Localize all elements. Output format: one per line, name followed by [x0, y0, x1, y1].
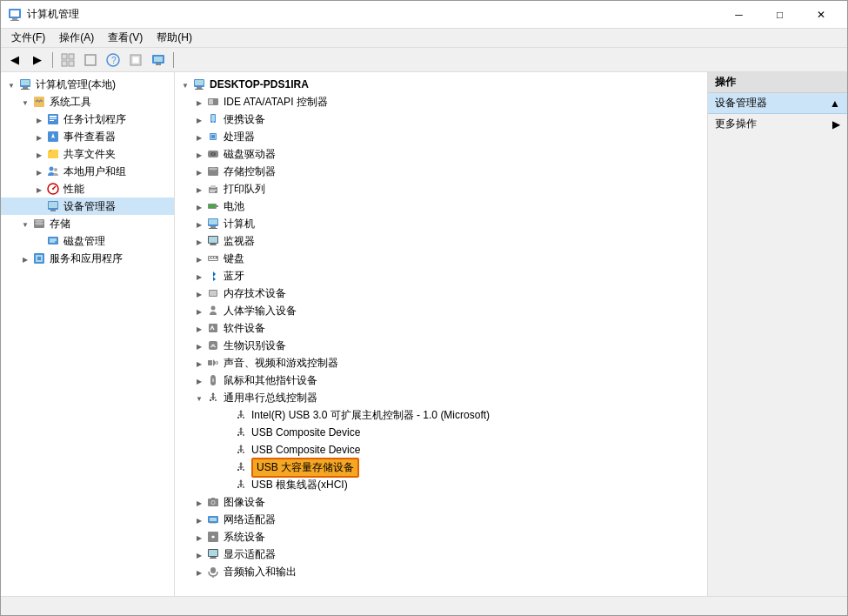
toolbar-btn-4[interactable] [148, 50, 169, 70]
processor-item[interactable]: 处理器 [175, 128, 707, 145]
local-users-item[interactable]: 本地用户和组 [1, 163, 174, 180]
minimize-button[interactable]: ─ [719, 1, 758, 29]
keyboards-item[interactable]: 键盘 [175, 250, 707, 267]
mouse-toggle [192, 373, 206, 387]
storage-label: 存储 [50, 217, 70, 231]
monitors-toggle [192, 234, 206, 248]
task-icon [46, 112, 60, 126]
computer-icon [18, 77, 32, 91]
imaging-label: 图像设备 [224, 495, 265, 510]
services-item[interactable]: 服务和应用程序 [1, 250, 174, 267]
center-root[interactable]: DESKTOP-PDS1IRA [175, 76, 707, 93]
right-panel-more[interactable]: 更多操作 ▶ [708, 114, 847, 134]
portable-icon [206, 112, 220, 126]
svg-rect-72 [210, 244, 216, 244]
svg-point-112 [212, 501, 215, 504]
audio-video-item[interactable]: 声音、视频和游戏控制器 [175, 354, 707, 372]
menu-file[interactable]: 文件(F) [4, 29, 52, 47]
imaging-item[interactable]: 图像设备 [175, 493, 707, 511]
device-manager-item[interactable]: 设备管理器 [1, 198, 174, 215]
disk-drives-item[interactable]: 磁盘驱动器 [175, 145, 707, 163]
svg-rect-14 [154, 57, 163, 62]
usb-controllers-item[interactable]: 通用串行总线控制器 [175, 389, 707, 406]
biometric-item[interactable]: 生物识别设备 [175, 337, 707, 354]
audio-io-label: 音频输入和输出 [224, 565, 297, 579]
forward-button[interactable]: ▶ [27, 50, 48, 70]
menu-help[interactable]: 帮助(H) [150, 29, 199, 47]
svg-rect-71 [209, 237, 217, 243]
task-scheduler-item[interactable]: 任务计划程序 [1, 110, 174, 128]
computer-item[interactable]: 计算机 [175, 215, 707, 232]
devmgr-icon [46, 199, 60, 213]
audiovideo-icon [206, 356, 220, 370]
svg-rect-69 [209, 228, 217, 229]
usb-comp1-icon [234, 425, 248, 439]
battery-item[interactable]: 电池 [175, 198, 707, 215]
battery-toggle [192, 199, 206, 213]
svg-rect-115 [210, 518, 217, 521]
usb-root-icon [234, 478, 248, 492]
svg-rect-92 [237, 417, 239, 418]
center-panel: DESKTOP-PDS1IRA IDE ATA/ATAPI 控制器 便携设备 [175, 72, 708, 596]
svg-point-38 [55, 241, 57, 243]
storage-ctrl-item[interactable]: 存储控制器 [175, 163, 707, 180]
mouse-item[interactable]: 鼠标和其他指针设备 [175, 372, 707, 389]
right-panel-header: 操作 [708, 72, 847, 93]
svg-point-97 [243, 434, 244, 436]
usb-intel-item[interactable]: Intel(R) USB 3.0 可扩展主机控制器 - 1.0 (Microso… [175, 406, 707, 424]
menu-action[interactable]: 操作(A) [52, 29, 101, 47]
usb-mass-storage-item[interactable]: USB 大容量存储设备 [175, 459, 707, 476]
hid-label: 人体学输入设备 [224, 304, 297, 318]
display-item[interactable]: 显示适配器 [175, 546, 707, 563]
right-panel-devmgr[interactable]: 设备管理器 ▲ [708, 93, 847, 114]
usb-root-hub-item[interactable]: USB 根集线器(xHCI) [175, 476, 707, 493]
keyboards-toggle [192, 251, 206, 265]
toolbar-btn-1[interactable] [57, 50, 78, 70]
close-button[interactable]: ✕ [801, 1, 840, 29]
hid-item[interactable]: 人体学输入设备 [175, 302, 707, 319]
back-button[interactable]: ◀ [4, 50, 25, 70]
audio-io-item[interactable]: 音频输入和输出 [175, 563, 707, 580]
performance-item[interactable]: 性能 [1, 180, 174, 198]
mouse-label: 鼠标和其他指针设备 [224, 373, 317, 388]
toolbar-btn-help[interactable]: ? [103, 50, 124, 70]
svg-point-109 [243, 486, 244, 488]
toolbar-btn-3[interactable] [125, 50, 146, 70]
toolbar-btn-2[interactable] [80, 50, 101, 70]
svg-rect-61 [210, 190, 217, 191]
svg-rect-68 [210, 226, 216, 228]
svg-rect-104 [237, 469, 239, 471]
disk-mgmt-item[interactable]: 磁盘管理 [1, 232, 174, 250]
disk-drives-label: 磁盘驱动器 [224, 147, 276, 162]
event-viewer-item[interactable]: 事件查看器 [1, 128, 174, 145]
network-item[interactable]: 网络适配器 [175, 511, 707, 528]
svg-rect-1 [10, 10, 19, 17]
battery-icon [206, 199, 220, 213]
system-dev-item[interactable]: 系统设备 [175, 528, 707, 546]
storage-item[interactable]: 存储 [1, 215, 174, 232]
usb-composite-2-item[interactable]: USB Composite Device [175, 441, 707, 459]
menu-view[interactable]: 查看(V) [101, 29, 150, 47]
mem-tech-item[interactable]: 内存技术设备 [175, 285, 707, 302]
event-viewer-label: 事件查看器 [63, 130, 116, 144]
services-icon [32, 251, 46, 265]
svg-rect-22 [50, 116, 57, 117]
soft-dev-item[interactable]: 软件设备 [175, 319, 707, 337]
ide-item[interactable]: IDE ATA/ATAPI 控制器 [175, 93, 707, 110]
svg-rect-15 [156, 64, 161, 65]
left-root[interactable]: 计算机管理(本地) [1, 76, 174, 93]
svg-rect-78 [209, 259, 217, 261]
svg-rect-88 [210, 399, 211, 401]
monitors-item[interactable]: 监视器 [175, 232, 707, 250]
svg-rect-62 [210, 191, 215, 192]
sys-tools-item[interactable]: 系统工具 [1, 93, 174, 110]
print-item[interactable]: 打印队列 [175, 180, 707, 198]
biometric-icon [206, 338, 220, 352]
portable-item[interactable]: 便携设备 [175, 110, 707, 128]
maximize-button[interactable]: □ [760, 1, 799, 29]
softdev-icon [206, 321, 220, 335]
shared-folders-item[interactable]: 共享文件夹 [1, 145, 174, 163]
users-toggle [32, 164, 46, 178]
bluetooth-item[interactable]: 蓝牙 [175, 267, 707, 285]
usb-composite-1-item[interactable]: USB Composite Device [175, 424, 707, 441]
